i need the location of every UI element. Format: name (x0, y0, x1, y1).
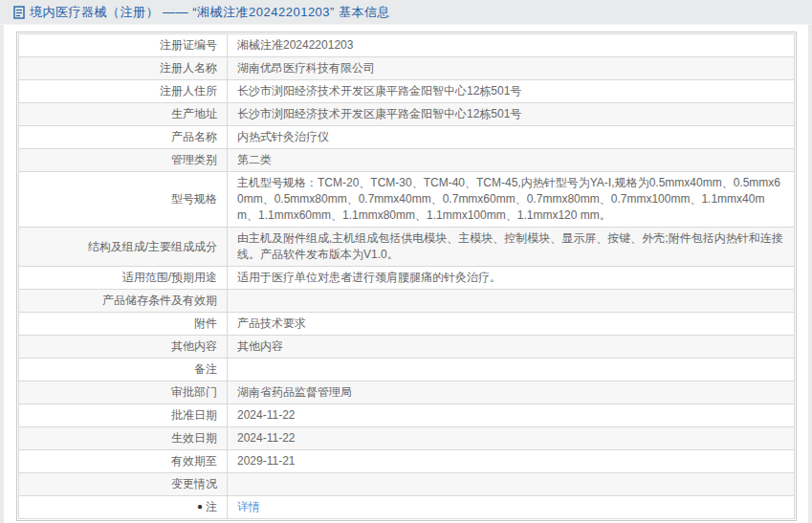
row-value: 2029-11-21 (228, 450, 795, 473)
detail-link[interactable]: 详情 (237, 500, 260, 513)
row-label: 型号规格 (19, 172, 228, 228)
row-label: 产品储存条件及有效期 (19, 290, 228, 313)
row-label: 审批部门 (19, 381, 228, 404)
table-row-effective-date: 生效日期 2024-11-22 (19, 427, 795, 450)
row-value (228, 473, 795, 496)
table-row-storage-conditions: 产品储存条件及有效期 (19, 290, 795, 313)
row-label: 适用范围/预期用途 (19, 267, 228, 290)
row-label: 备注 (19, 359, 228, 381)
row-label: 批准日期 (19, 404, 228, 427)
note-label: 注 (206, 500, 217, 513)
table-row-other-content: 其他内容 其他内容 (19, 336, 795, 359)
table-row-production-address: 生产地址 长沙市浏阳经济技术开发区康平路金阳智中心12栋501号 (19, 103, 795, 126)
row-label: 管理类别 (19, 149, 228, 172)
table-row-expiry-date: 有效期至 2029-11-21 (19, 450, 795, 473)
row-label: 生产地址 (19, 103, 228, 126)
table-row-model-specs: 型号规格 主机型号规格：TCM-20、TCM-30、TCM-40、TCM-45,… (19, 172, 795, 228)
row-value: 由主机及附件组成,主机组成包括供电模块、主模块、控制模块、显示屏、按键、外壳;附… (228, 228, 795, 267)
table-row-management-category: 管理类别 第二类 (19, 149, 795, 172)
row-value: 2024-11-22 (228, 404, 795, 427)
row-label: 注册人名称 (19, 57, 228, 80)
table-row-intended-use: 适用范围/预期用途 适用于医疗单位对患者进行颈肩腰腿痛的针灸治疗。 (19, 267, 795, 290)
row-value: 湖南优昂医疗科技有限公司 (228, 57, 795, 80)
row-value: 2024-11-22 (228, 427, 795, 450)
row-value: 长沙市浏阳经济技术开发区康平路金阳智中心12栋501号 (228, 80, 795, 103)
row-label: 变更情况 (19, 473, 228, 496)
row-label: 生效日期 (19, 427, 228, 450)
row-label: 注册证编号 (19, 34, 228, 57)
table-row-registrant-name: 注册人名称 湖南优昂医疗科技有限公司 (19, 57, 795, 80)
registration-info-table: 注册证编号 湘械注准20242201203 注册人名称 湖南优昂医疗科技有限公司… (18, 33, 795, 519)
registration-info-panel: 注册证编号 湘械注准20242201203 注册人名称 湖南优昂医疗科技有限公司… (16, 32, 797, 521)
row-value: 湖南省药品监督管理局 (228, 381, 795, 404)
row-value: 湘械注准20242201203 (228, 34, 795, 57)
row-label: 附件 (19, 313, 228, 336)
row-label: 产品名称 (19, 126, 228, 149)
table-row-remarks: 备注 (19, 359, 795, 381)
table-row-approval-department: 审批部门 湖南省药品监督管理局 (19, 381, 795, 404)
page-header: 境内医疗器械（注册） —— “湘械注准20242201203” 基本信息 (0, 0, 812, 25)
table-row-change-status: 变更情况 (19, 473, 795, 496)
row-value: 产品技术要求 (228, 313, 795, 336)
table-row-structure-composition: 结构及组成/主要组成成分 由主机及附件组成,主机组成包括供电模块、主模块、控制模… (19, 228, 795, 267)
row-value (228, 359, 795, 381)
table-row-note: ●注 详情 (19, 496, 795, 519)
table-row-registration-number: 注册证编号 湘械注准20242201203 (19, 34, 795, 57)
page-edge-right (808, 0, 812, 523)
page-edge-left (0, 0, 4, 523)
row-value: 第二类 (228, 149, 795, 172)
note-icon: ● (197, 498, 203, 514)
row-value: 主机型号规格：TCM-20、TCM-30、TCM-40、TCM-45,内热针型号… (228, 172, 795, 228)
table-row-product-name: 产品名称 内热式针灸治疗仪 (19, 126, 795, 149)
row-label: 其他内容 (19, 336, 228, 359)
row-value: 其他内容 (228, 336, 795, 359)
row-value: 详情 (228, 496, 795, 519)
row-value: 内热式针灸治疗仪 (228, 126, 795, 149)
row-value: 长沙市浏阳经济技术开发区康平路金阳智中心12栋501号 (228, 103, 795, 126)
row-label: 注册人住所 (19, 80, 228, 103)
page-title: 境内医疗器械（注册） —— “湘械注准20242201203” 基本信息 (30, 4, 390, 21)
row-value: 适用于医疗单位对患者进行颈肩腰腿痛的针灸治疗。 (228, 267, 795, 290)
document-icon (13, 6, 25, 19)
row-value (228, 290, 795, 313)
row-label: 结构及组成/主要组成成分 (19, 228, 228, 267)
table-row-attachments: 附件 产品技术要求 (19, 313, 795, 336)
row-label: ●注 (19, 496, 228, 519)
row-label: 有效期至 (19, 450, 228, 473)
table-row-registrant-address: 注册人住所 长沙市浏阳经济技术开发区康平路金阳智中心12栋501号 (19, 80, 795, 103)
table-row-approval-date: 批准日期 2024-11-22 (19, 404, 795, 427)
